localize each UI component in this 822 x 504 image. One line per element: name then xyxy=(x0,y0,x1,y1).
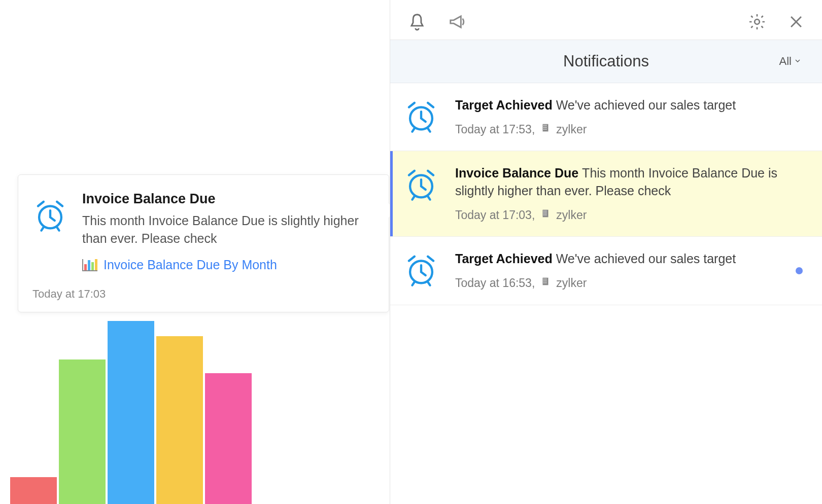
notification-body: We've achieved our sales target xyxy=(556,98,736,112)
filter-label: All xyxy=(779,55,792,68)
notification-meta: Today at 17:53,zylker xyxy=(455,121,805,137)
alarm-clock-icon xyxy=(32,191,68,272)
building-icon xyxy=(540,207,551,223)
notification-org: zylker xyxy=(556,275,587,291)
notifications-toolbar xyxy=(390,0,822,40)
svg-rect-20 xyxy=(544,279,545,280)
notification-org: zylker xyxy=(556,121,587,137)
notification-item[interactable]: Invoice Balance Due This month Invoice B… xyxy=(390,151,822,237)
bell-icon[interactable] xyxy=(407,12,427,33)
notification-content: Target Achieved We've achieved our sales… xyxy=(455,96,805,137)
bar-chart-icon xyxy=(82,259,97,271)
notification-org: zylker xyxy=(556,207,587,223)
alarm-clock-icon xyxy=(403,250,442,291)
alarm-clock-icon xyxy=(403,96,442,137)
svg-rect-14 xyxy=(544,212,545,213)
notification-title: Target Achieved xyxy=(455,98,556,112)
chart-bar xyxy=(108,321,154,504)
svg-rect-23 xyxy=(545,281,546,282)
building-icon xyxy=(540,121,551,137)
notification-body: We've achieved our sales target xyxy=(556,251,736,266)
chevron-down-icon xyxy=(794,55,802,68)
svg-rect-5 xyxy=(545,125,546,126)
svg-rect-7 xyxy=(545,127,546,128)
chart-bar xyxy=(10,477,57,504)
svg-rect-24 xyxy=(544,282,545,283)
notification-item[interactable]: Target Achieved We've achieved our sales… xyxy=(390,83,822,151)
svg-rect-8 xyxy=(544,129,545,130)
svg-rect-9 xyxy=(545,129,546,130)
svg-rect-15 xyxy=(545,212,546,213)
notifications-title: Notifications xyxy=(563,52,649,70)
svg-rect-25 xyxy=(545,282,546,283)
building-icon xyxy=(540,275,551,291)
unread-dot xyxy=(796,267,803,274)
svg-rect-4 xyxy=(544,125,545,126)
svg-rect-16 xyxy=(544,214,545,215)
notification-timestamp: Today at 16:53, xyxy=(455,275,535,291)
notification-item[interactable]: Target Achieved We've achieved our sales… xyxy=(390,237,822,305)
notification-timestamp: Today at 17:53, xyxy=(455,121,535,137)
notifications-filter-dropdown[interactable]: All xyxy=(779,55,802,68)
popup-description: This month Invoice Balance Due is slight… xyxy=(82,212,374,247)
notification-content: Invoice Balance Due This month Invoice B… xyxy=(455,164,805,223)
popup-report-link[interactable]: Invoice Balance Due By Month xyxy=(104,258,277,272)
svg-rect-13 xyxy=(545,211,546,212)
svg-rect-12 xyxy=(544,211,545,212)
notification-title: Invoice Balance Due xyxy=(455,166,582,180)
main-content-area: Invoice Balance Due This month Invoice B… xyxy=(0,0,390,504)
notification-title: Target Achieved xyxy=(455,251,556,266)
alert-popup-card: Invoice Balance Due This month Invoice B… xyxy=(18,174,389,312)
notification-meta: Today at 16:53,zylker xyxy=(455,275,805,291)
megaphone-icon[interactable] xyxy=(448,12,467,33)
invoice-balance-chart xyxy=(10,311,274,504)
chart-bar xyxy=(59,359,106,504)
notification-content: Target Achieved We've achieved our sales… xyxy=(455,250,805,291)
chart-bar xyxy=(156,336,203,504)
gear-icon[interactable] xyxy=(748,13,766,33)
popup-title: Invoice Balance Due xyxy=(82,191,374,207)
svg-rect-22 xyxy=(544,281,545,282)
notifications-list: Target Achieved We've achieved our sales… xyxy=(390,83,822,305)
popup-timestamp: Today at 17:03 xyxy=(32,287,374,301)
chart-bar xyxy=(205,373,252,504)
notifications-panel: Notifications All Target Achieved We've … xyxy=(390,0,822,504)
svg-rect-21 xyxy=(545,279,546,280)
notifications-header: Notifications All xyxy=(390,40,822,83)
svg-rect-17 xyxy=(545,214,546,215)
notification-timestamp: Today at 17:03, xyxy=(455,207,535,223)
svg-rect-6 xyxy=(544,127,545,128)
close-icon[interactable] xyxy=(787,13,805,32)
svg-point-1 xyxy=(755,19,760,24)
notification-meta: Today at 17:03,zylker xyxy=(455,207,805,223)
alarm-clock-icon xyxy=(403,164,442,223)
